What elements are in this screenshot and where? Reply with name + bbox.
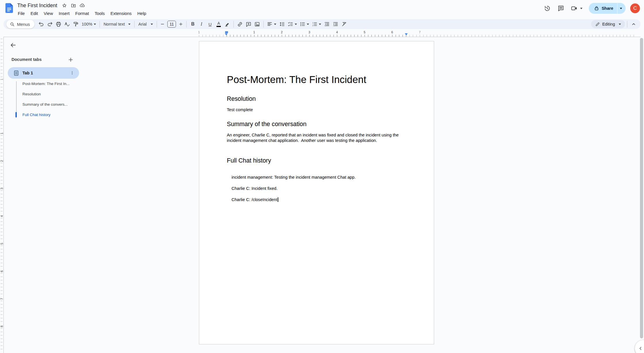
- menu-format[interactable]: Format: [72, 10, 92, 17]
- horizontal-ruler[interactable]: 1 1 2 3 4 5 6 7: [3, 30, 641, 37]
- increase-font-size-button[interactable]: [177, 20, 184, 28]
- chevron-down-icon: [319, 24, 321, 25]
- line-spacing-button[interactable]: [278, 20, 286, 28]
- share-label: Share: [602, 6, 613, 11]
- text-color-bar: [216, 26, 221, 27]
- print-button[interactable]: [54, 20, 63, 28]
- spellcheck-button[interactable]: [63, 20, 71, 28]
- doc-heading-full-chat-history[interactable]: Full Chat history: [227, 157, 406, 164]
- checklist-button[interactable]: [286, 20, 298, 28]
- hide-menus-button[interactable]: [629, 20, 638, 28]
- tab-options-icon[interactable]: [68, 69, 76, 77]
- paragraph-style-value: Normal text: [103, 22, 125, 26]
- outline-item-full-chat-history[interactable]: Full Chat history: [22, 113, 79, 117]
- menu-edit[interactable]: Edit: [28, 10, 41, 17]
- zoom-value: 100%: [82, 22, 92, 26]
- font-family-select[interactable]: Arial: [137, 20, 155, 28]
- increase-indent-button[interactable]: [331, 20, 340, 28]
- chevron-down-icon: [128, 24, 131, 25]
- text-color-button[interactable]: A: [214, 20, 223, 28]
- ruler-number: 8: [0, 325, 3, 328]
- menu-file[interactable]: File: [15, 10, 28, 17]
- ruler-number: 1: [0, 78, 3, 81]
- tab-item-tab1[interactable]: Tab 1: [8, 67, 79, 79]
- doc-heading-resolution[interactable]: Resolution: [227, 95, 406, 103]
- text-color-letter: A: [217, 21, 220, 25]
- bold-button[interactable]: B: [189, 20, 197, 28]
- google-docs-logo[interactable]: [5, 3, 13, 13]
- move-folder-icon[interactable]: [70, 3, 76, 8]
- highlight-color-button[interactable]: [223, 20, 231, 28]
- italic-button[interactable]: I: [197, 20, 206, 28]
- ruler-number: 3: [308, 30, 310, 34]
- insert-image-button[interactable]: [253, 20, 261, 28]
- outline-item-postmortem[interactable]: Post-Mortem: The First In...: [22, 82, 79, 86]
- undo-button[interactable]: [37, 20, 45, 28]
- ruler-number: 4: [336, 30, 338, 34]
- menu-tools[interactable]: Tools: [92, 10, 108, 17]
- paragraph-style-select[interactable]: Normal text: [102, 20, 132, 28]
- ruler-number: 4: [0, 214, 3, 218]
- doc-heading-title[interactable]: Post-Mortem: The First Incident: [227, 74, 406, 86]
- document-title[interactable]: The First Incident: [16, 2, 58, 9]
- first-line-indent-marker[interactable]: [225, 31, 228, 33]
- chevron-down-icon: [620, 8, 622, 9]
- zoom-select[interactable]: 100%: [80, 20, 97, 28]
- menu-extensions[interactable]: Extensions: [108, 10, 134, 17]
- menu-view[interactable]: View: [41, 10, 56, 17]
- search-menus-button[interactable]: Menus: [6, 20, 34, 28]
- lock-icon: [594, 6, 599, 11]
- ruler-number: 5: [364, 30, 365, 34]
- toolbar-divider: [233, 21, 234, 28]
- chevron-down-icon: [94, 24, 96, 25]
- back-button[interactable]: [7, 40, 18, 51]
- vertical-scrollbar[interactable]: [640, 38, 643, 338]
- meet-video-button[interactable]: [569, 5, 584, 12]
- comments-icon[interactable]: [555, 3, 567, 14]
- share-button[interactable]: Share: [589, 3, 626, 14]
- doc-heading-summary[interactable]: Summary of the conversation: [227, 120, 406, 128]
- bulleted-list-button[interactable]: [298, 20, 310, 28]
- font-size-input[interactable]: 11: [167, 21, 176, 28]
- chevron-down-icon: [274, 24, 276, 25]
- document-page[interactable]: Post-Mortem: The First Incident Resoluti…: [199, 41, 434, 344]
- ruler-ticks-dark: [227, 35, 407, 37]
- toolbar-divider: [627, 21, 627, 28]
- menu-bar: File Edit View Insert Format Tools Exten…: [15, 9, 149, 17]
- clear-formatting-button[interactable]: [340, 20, 348, 28]
- paint-format-button[interactable]: [72, 20, 80, 28]
- ruler-number: 1: [198, 30, 200, 34]
- decrease-indent-button[interactable]: [323, 20, 331, 28]
- decrease-font-size-button[interactable]: [159, 20, 166, 28]
- vertical-ruler[interactable]: 1 1 2 3 4 5 6 7 8 9: [0, 37, 3, 353]
- left-indent-marker[interactable]: [225, 31, 228, 35]
- app-header: The First Incident File Edit View Insert…: [0, 0, 644, 18]
- star-icon[interactable]: [62, 3, 67, 8]
- outline-item-resolution[interactable]: Resolution: [22, 92, 79, 96]
- underline-button[interactable]: U: [206, 20, 214, 28]
- add-tab-button[interactable]: [66, 55, 75, 64]
- menu-insert[interactable]: Insert: [56, 10, 72, 17]
- menu-help[interactable]: Help: [135, 10, 149, 17]
- version-history-icon[interactable]: [541, 3, 553, 14]
- chat-line: incident management: Testing the inciden…: [231, 175, 356, 180]
- align-button[interactable]: [266, 20, 277, 28]
- redo-button[interactable]: [46, 20, 54, 28]
- menus-label: Menus: [17, 22, 30, 27]
- numbered-list-button[interactable]: 12: [310, 20, 322, 28]
- doc-chat-lines[interactable]: incident management: Testing the inciden…: [227, 169, 406, 209]
- share-options-button[interactable]: [618, 3, 626, 14]
- add-comment-button[interactable]: [244, 20, 253, 28]
- cloud-status-icon[interactable]: [79, 3, 85, 8]
- document-tabs-heading: Document tabs: [12, 57, 42, 62]
- avatar-initial: C: [633, 5, 637, 11]
- doc-paragraph[interactable]: Test complete: [227, 107, 406, 113]
- doc-paragraph[interactable]: An engineer, Charlie C, reported that an…: [227, 132, 406, 144]
- account-avatar[interactable]: C: [630, 3, 640, 13]
- editing-mode-select[interactable]: Editing: [591, 20, 625, 28]
- outline-active-indicator: [16, 112, 17, 117]
- right-indent-marker[interactable]: [405, 33, 408, 35]
- outline-item-summary[interactable]: Summary of the convers...: [22, 102, 79, 107]
- insert-link-button[interactable]: [236, 20, 244, 28]
- ruler-number: 1: [0, 132, 3, 135]
